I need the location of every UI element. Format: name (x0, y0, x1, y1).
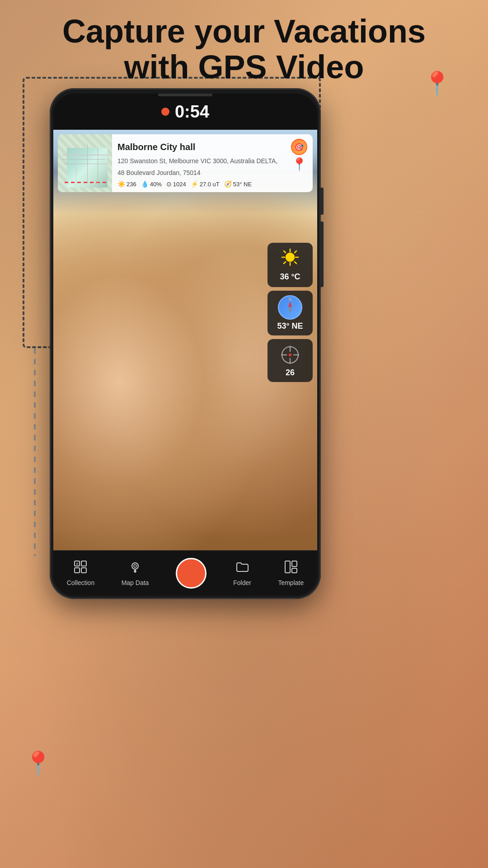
sensor-pressure: ⊙ 1024 (166, 180, 186, 188)
timer-display: 0:54 (175, 102, 209, 122)
location-address-line2: 48 Boulevard Jourdan, 75014 (117, 169, 307, 177)
phone-notch (158, 94, 212, 96)
gps-pin-bottom-icon: 📍 (23, 750, 53, 778)
map-line (63, 164, 108, 164)
crosshair-icon (279, 344, 301, 366)
humidity-value: 40% (150, 181, 162, 188)
map-line (62, 155, 110, 156)
map-vert-line (98, 148, 98, 188)
sensor-humidity: 💧 40% (141, 180, 162, 188)
volume-down-button[interactable] (320, 222, 324, 249)
bottom-navigation: Collection Map Data (53, 550, 317, 595)
compass-widget: N 53° NE (267, 291, 313, 335)
svg-rect-18 (81, 561, 86, 566)
nav-collection[interactable]: Collection (67, 560, 94, 586)
nav-folder[interactable]: Folder (233, 560, 251, 586)
page-title: Capture your Vacations with GPS Video (0, 14, 488, 85)
phone-device: 0:54 Malborne City hall (50, 88, 321, 599)
location-name: Malborne City hall (117, 142, 195, 152)
gps-pin-top-icon: 📍 (422, 70, 452, 98)
pin-icon: 📍 (291, 157, 307, 172)
svg-line-5 (284, 251, 286, 253)
location-address-line1: 120 Swanston St, Melbourne VIC 3000, Aus… (117, 157, 307, 165)
svg-marker-9 (288, 301, 292, 307)
collection-icon (73, 560, 88, 577)
svg-point-23 (132, 563, 138, 569)
recording-indicator (161, 108, 169, 116)
gps-info-card: Malborne City hall 🎯 120 Swanston St, Me… (58, 134, 313, 192)
compass-circle: N (278, 295, 302, 320)
svg-rect-20 (81, 568, 86, 573)
svg-line-7 (295, 251, 296, 253)
humidity-icon: 💧 (141, 180, 149, 188)
template-label: Template (278, 579, 304, 586)
direction-icon: 🧭 (224, 180, 232, 188)
map-line (61, 159, 105, 160)
magnetic-icon: ⚡ (191, 180, 198, 188)
sensor-sun: ☀️ 236 (117, 180, 136, 188)
power-button[interactable] (320, 246, 324, 287)
recording-bar: 0:54 (53, 94, 317, 130)
route-line (34, 348, 36, 556)
svg-rect-19 (75, 568, 80, 573)
map-vert-line (87, 143, 88, 183)
sensor-direction: 🧭 53° NE (224, 180, 252, 188)
volume-up-button[interactable] (320, 188, 324, 215)
camera-viewfinder: Malborne City hall 🎯 120 Swanston St, Me… (53, 130, 317, 550)
pressure-value: 1024 (173, 181, 186, 188)
collection-label: Collection (67, 579, 94, 586)
svg-point-24 (134, 565, 136, 567)
nav-map-data[interactable]: Map Data (122, 560, 149, 586)
svg-rect-26 (292, 561, 297, 566)
template-icon (284, 560, 298, 577)
svg-line-8 (284, 262, 286, 264)
record-button[interactable] (176, 558, 206, 589)
svg-marker-10 (288, 307, 292, 314)
map-thumbnail (58, 134, 112, 192)
location-badge: 🎯 (291, 139, 307, 155)
magnetic-value: 27.0 uT (200, 181, 220, 188)
svg-rect-27 (292, 568, 297, 573)
map-vert-line (76, 146, 76, 185)
title-line2: with GPS Video (124, 49, 364, 85)
svg-point-16 (289, 354, 291, 356)
svg-line-6 (295, 262, 296, 264)
weather-widget: 36 °C (267, 243, 313, 287)
map-data-icon (128, 560, 142, 577)
folder-label: Folder (233, 579, 251, 586)
crosshair-widget: 26 (267, 339, 313, 382)
sensor-magnetic: ⚡ 27.0 uT (191, 180, 220, 188)
sun-value: 236 (127, 181, 136, 188)
nav-template[interactable]: Template (278, 560, 304, 586)
sun-sensor-icon: ☀️ (117, 180, 125, 188)
title-line1: Capture your Vacations (62, 13, 426, 49)
map-data-label: Map Data (122, 579, 149, 586)
compass-direction-value: 53° NE (274, 321, 306, 331)
location-header: Malborne City hall 🎯 (117, 139, 307, 155)
pressure-icon: ⊙ (166, 180, 172, 188)
direction-value: 53° NE (233, 181, 252, 188)
phone-screen: 0:54 Malborne City hall (53, 94, 317, 595)
badge-icon: 🎯 (295, 143, 304, 151)
folder-icon (235, 560, 249, 577)
sun-icon (274, 248, 306, 270)
map-route (65, 182, 108, 183)
temperature-value: 36 °C (274, 272, 306, 282)
right-widgets: 36 °C N 53° NE (267, 243, 313, 382)
svg-point-0 (286, 253, 295, 262)
crosshair-value: 26 (274, 368, 306, 377)
sensor-row: ☀️ 236 💧 40% ⊙ 1024 ⚡ 2 (117, 180, 307, 188)
svg-rect-25 (285, 561, 290, 573)
gps-info: Malborne City hall 🎯 120 Swanston St, Me… (112, 134, 313, 192)
